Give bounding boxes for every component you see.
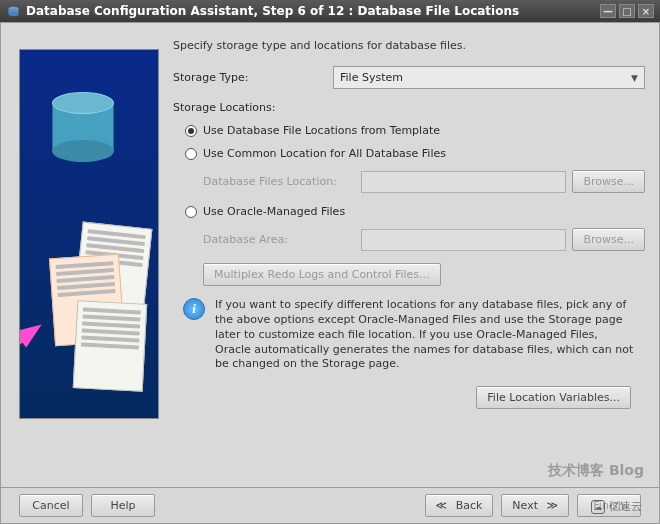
radio-use-omf-label: Use Oracle-Managed Files <box>203 205 345 218</box>
storage-locations-label: Storage Locations: <box>173 101 645 114</box>
help-button[interactable]: Help <box>91 494 155 517</box>
storage-type-select[interactable]: File System ▼ <box>333 66 645 89</box>
chevron-down-icon: ▼ <box>631 73 638 83</box>
footer-bar: Cancel Help ≪ Back Next ≫ Finish <box>1 487 659 523</box>
app-icon <box>6 4 20 18</box>
db-files-location-input <box>361 171 566 193</box>
window-body: Specify storage type and locations for d… <box>0 22 660 524</box>
multiplex-button: Multiplex Redo Logs and Control Files... <box>203 263 441 286</box>
info-icon: i <box>183 298 205 320</box>
wizard-sidebar-image <box>19 49 159 419</box>
title-bar: Database Configuration Assistant, Step 6… <box>0 0 660 22</box>
radio-use-common-label: Use Common Location for All Database Fil… <box>203 147 446 160</box>
cancel-button[interactable]: Cancel <box>19 494 83 517</box>
browse-button-common: Browse... <box>572 170 645 193</box>
radio-use-template-label: Use Database File Locations from Templat… <box>203 124 440 137</box>
storage-type-label: Storage Type: <box>173 71 333 84</box>
minimize-button[interactable]: — <box>600 4 616 18</box>
radio-use-omf[interactable] <box>185 206 197 218</box>
info-text: If you want to specify different locatio… <box>215 298 635 372</box>
file-location-variables-button[interactable]: File Location Variables... <box>476 386 631 409</box>
storage-type-value: File System <box>340 71 403 84</box>
close-button[interactable]: × <box>638 4 654 18</box>
radio-use-template[interactable] <box>185 125 197 137</box>
finish-button: Finish <box>577 494 641 517</box>
maximize-button[interactable]: □ <box>619 4 635 18</box>
browse-button-omf: Browse... <box>572 228 645 251</box>
db-files-location-label: Database Files Location: <box>203 175 355 188</box>
intro-text: Specify storage type and locations for d… <box>173 39 645 52</box>
form-area: Specify storage type and locations for d… <box>173 31 645 483</box>
db-area-input <box>361 229 566 251</box>
svg-point-2 <box>8 11 18 15</box>
next-button[interactable]: Next ≫ <box>501 494 569 517</box>
window-title: Database Configuration Assistant, Step 6… <box>26 4 519 18</box>
back-button[interactable]: ≪ Back <box>425 494 494 517</box>
radio-use-common[interactable] <box>185 148 197 160</box>
db-area-label: Database Area: <box>203 233 355 246</box>
